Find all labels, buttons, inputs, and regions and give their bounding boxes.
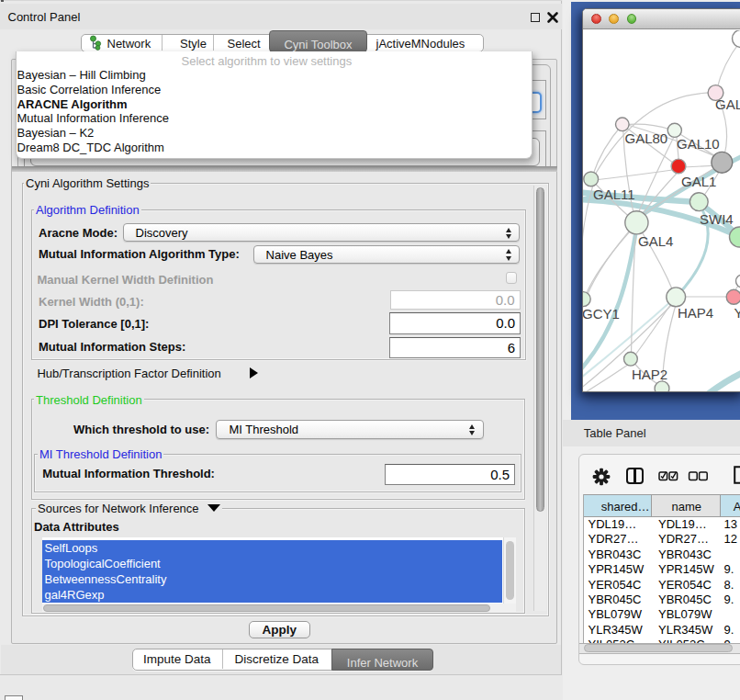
svg-text:HAP4: HAP4 (678, 305, 713, 321)
svg-text:HAP2: HAP2 (632, 367, 667, 382)
svg-text:GCY1: GCY1 (583, 306, 620, 322)
svg-text:GAL2: GAL2 (715, 96, 740, 112)
svg-text:GAL80: GAL80 (624, 130, 667, 146)
svg-text:GAL4: GAL4 (638, 233, 673, 249)
svg-text:Y: Y (734, 305, 740, 321)
svg-text:GAL11: GAL11 (593, 186, 635, 202)
svg-text:GAL10: GAL10 (677, 136, 720, 152)
svg-text:GAL1: GAL1 (681, 174, 716, 189)
svg-text:SWI4: SWI4 (700, 211, 734, 227)
